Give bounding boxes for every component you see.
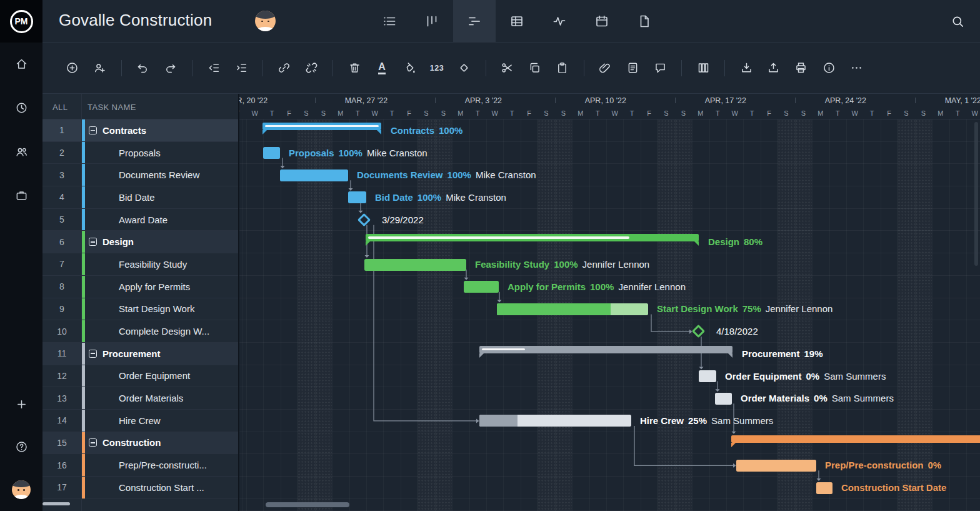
left-sidebar: PM bbox=[0, 0, 42, 511]
table-row[interactable]: 12Order Equipment bbox=[42, 365, 238, 388]
day-letter: S bbox=[298, 109, 314, 117]
view-tab-doc[interactable] bbox=[623, 0, 666, 43]
gantt-task-bar[interactable] bbox=[736, 460, 816, 472]
import-icon bbox=[740, 61, 753, 74]
day-letter: S bbox=[435, 109, 452, 117]
table-row[interactable]: 4Bid Date bbox=[42, 186, 238, 209]
gantt-task-bar[interactable] bbox=[364, 259, 466, 271]
project-owner-avatar[interactable] bbox=[255, 11, 276, 31]
table-row[interactable]: 2Proposals bbox=[42, 142, 238, 164]
gantt-horizontal-scrollbar[interactable] bbox=[239, 502, 980, 508]
gantt-summary-bar[interactable] bbox=[479, 346, 732, 353]
sidebar-people-button[interactable] bbox=[0, 138, 42, 165]
numbers-button[interactable]: 123 bbox=[424, 56, 449, 81]
table-row[interactable]: 10Complete Design W... bbox=[42, 320, 238, 343]
user-avatar[interactable] bbox=[12, 480, 31, 499]
scrollbar-thumb[interactable] bbox=[42, 502, 70, 505]
collapse-icon[interactable] bbox=[89, 126, 97, 134]
redo-button[interactable] bbox=[158, 56, 183, 81]
table-row[interactable]: 3Documents Review bbox=[42, 164, 238, 186]
table-row[interactable]: 1Contracts bbox=[42, 119, 238, 142]
week-label: APR, 17 '22 bbox=[705, 96, 746, 105]
sidebar-clock-button[interactable] bbox=[0, 94, 42, 121]
view-tab-calendar[interactable] bbox=[581, 0, 623, 43]
cut-button[interactable] bbox=[495, 56, 520, 81]
gantt-summary-bar[interactable] bbox=[731, 435, 980, 443]
more-button[interactable] bbox=[844, 56, 869, 81]
fill-color-button[interactable] bbox=[397, 56, 422, 81]
copy-button[interactable] bbox=[522, 56, 548, 81]
table-row[interactable]: 8Apply for Permits bbox=[42, 276, 238, 298]
collapse-icon[interactable] bbox=[89, 438, 97, 447]
pm-logo[interactable]: PM bbox=[0, 0, 42, 43]
info-button[interactable] bbox=[816, 56, 841, 81]
table-row[interactable]: 11Procurement bbox=[42, 343, 238, 365]
table-row[interactable]: 6Design bbox=[42, 231, 238, 253]
table-row[interactable]: 16Prep/Pre-constructi... bbox=[42, 454, 238, 477]
view-tab-board[interactable] bbox=[411, 0, 453, 43]
pm-logo-text: PM bbox=[10, 10, 33, 33]
table-header: ALL TASK NAME bbox=[42, 94, 238, 119]
sidebar-help-button[interactable] bbox=[0, 433, 42, 460]
row-number: 5 bbox=[42, 209, 81, 231]
comment-button[interactable] bbox=[648, 56, 672, 81]
gantt-summary-bar[interactable] bbox=[262, 123, 381, 130]
gantt-task-bar[interactable] bbox=[263, 147, 280, 159]
view-tab-activity[interactable] bbox=[538, 0, 581, 43]
table-row[interactable]: 15Construction bbox=[42, 432, 238, 455]
sidebar-briefcase-button[interactable] bbox=[0, 181, 42, 209]
view-tab-gantt[interactable] bbox=[453, 0, 496, 43]
row-number: 16 bbox=[42, 454, 81, 476]
column-header-all[interactable]: ALL bbox=[52, 103, 68, 112]
notes-button[interactable] bbox=[620, 56, 645, 81]
view-tab-sheet[interactable] bbox=[496, 0, 538, 43]
column-header-task-name[interactable]: TASK NAME bbox=[88, 103, 136, 112]
gantt-task-bar[interactable] bbox=[348, 191, 366, 203]
table-row[interactable]: 9Start Design Work bbox=[42, 298, 238, 321]
attach-button[interactable] bbox=[593, 56, 618, 81]
table-row[interactable]: 14Hire Crew bbox=[42, 410, 238, 432]
table-row[interactable]: 7Feasibility Study bbox=[42, 253, 238, 276]
milestone-button[interactable] bbox=[452, 56, 477, 81]
paste-button[interactable] bbox=[550, 56, 575, 81]
day-letter: T bbox=[349, 109, 366, 117]
outdent-button[interactable] bbox=[201, 56, 226, 81]
unlink-button[interactable] bbox=[299, 56, 324, 81]
gantt-task-bar[interactable] bbox=[280, 169, 348, 181]
gantt-summary-bar[interactable] bbox=[366, 234, 699, 241]
add-user-button[interactable] bbox=[88, 56, 112, 81]
gantt-task-bar[interactable] bbox=[479, 415, 631, 427]
gantt-milestone[interactable] bbox=[358, 213, 371, 226]
gantt-task-bar[interactable] bbox=[816, 482, 832, 494]
view-tab-list[interactable] bbox=[368, 0, 411, 43]
sidebar-home-button[interactable] bbox=[0, 50, 42, 78]
print-button[interactable] bbox=[789, 56, 814, 81]
font-color-button[interactable]: A bbox=[369, 56, 394, 81]
trash-button[interactable] bbox=[342, 56, 367, 81]
gantt-milestone[interactable] bbox=[692, 325, 705, 338]
undo-button[interactable] bbox=[131, 56, 156, 81]
gantt-task-bar[interactable] bbox=[715, 393, 732, 405]
gantt-task-bar[interactable] bbox=[699, 370, 716, 382]
columns-button[interactable] bbox=[691, 56, 716, 81]
day-letter: W bbox=[606, 109, 623, 117]
search-button[interactable] bbox=[946, 10, 969, 33]
indent-button[interactable] bbox=[229, 56, 254, 81]
scrollbar-thumb[interactable] bbox=[266, 502, 349, 507]
vertical-scrollbar[interactable] bbox=[974, 122, 978, 266]
table-row[interactable]: 13Order Materials bbox=[42, 387, 238, 410]
sidebar-plus-button[interactable] bbox=[0, 390, 42, 418]
add-task-button[interactable] bbox=[60, 56, 85, 81]
collapse-icon[interactable] bbox=[89, 238, 97, 246]
gantt-task-bar[interactable] bbox=[497, 303, 648, 315]
row-number: 1 bbox=[42, 119, 81, 141]
table-row[interactable]: 5Award Date bbox=[42, 209, 238, 231]
collapse-icon[interactable] bbox=[89, 350, 97, 358]
import-button[interactable] bbox=[734, 56, 759, 81]
link-button[interactable] bbox=[271, 56, 296, 81]
table-row[interactable]: 17Construction Start ... bbox=[42, 477, 238, 499]
table-horizontal-scrollbar[interactable] bbox=[42, 502, 238, 507]
gantt-task-bar[interactable] bbox=[464, 281, 499, 293]
export-button[interactable] bbox=[761, 56, 786, 81]
day-letter: M bbox=[812, 109, 829, 117]
